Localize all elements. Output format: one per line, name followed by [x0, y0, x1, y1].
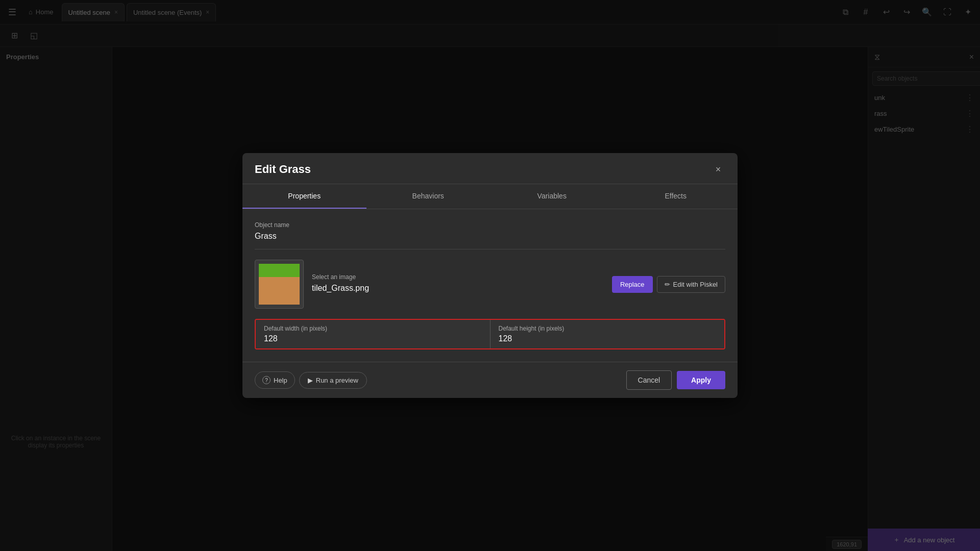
dimension-row: Default width (in pixels) 128 Default he…	[255, 319, 725, 349]
play-icon: ▶	[308, 377, 313, 384]
edit-grass-dialog: Edit Grass × Properties Behaviors Variab…	[242, 153, 738, 398]
dialog-title: Edit Grass	[255, 163, 311, 176]
width-field: Default width (in pixels) 128	[256, 320, 490, 348]
width-value: 128	[264, 334, 482, 343]
close-icon: ×	[716, 164, 721, 175]
height-value: 128	[499, 334, 717, 343]
tab-effects[interactable]: Effects	[614, 184, 738, 209]
grass-thumbnail	[259, 264, 300, 305]
object-name-section: Object name Grass	[255, 221, 725, 249]
grass-dirt	[259, 274, 300, 305]
edit-piskel-button[interactable]: ✏ Edit with Piskel	[657, 276, 725, 293]
tab-behaviors[interactable]: Behaviors	[366, 184, 491, 209]
image-actions: Replace ✏ Edit with Piskel	[612, 276, 725, 293]
image-preview	[255, 260, 304, 309]
dialog-header: Edit Grass ×	[242, 153, 738, 184]
run-preview-button[interactable]: ▶ Run a preview	[299, 372, 367, 389]
image-section: Select an image tiled_Grass.png Replace …	[255, 260, 725, 309]
select-image-label: Select an image	[312, 273, 604, 281]
help-icon: ?	[262, 376, 271, 384]
replace-button[interactable]: Replace	[612, 276, 653, 293]
footer-left: ? Help ▶ Run a preview	[255, 371, 367, 389]
help-button[interactable]: ? Help	[255, 371, 295, 389]
tab-variables[interactable]: Variables	[490, 184, 614, 209]
dialog-tabs: Properties Behaviors Variables Effects	[242, 184, 738, 209]
width-label: Default width (in pixels)	[264, 325, 482, 332]
grass-green	[259, 264, 300, 277]
image-filename: tiled_Grass.png	[312, 284, 604, 293]
dialog-body: Object name Grass Select an image tiled_…	[242, 209, 738, 362]
object-name-value: Grass	[255, 232, 725, 241]
dialog-close-button[interactable]: ×	[711, 162, 725, 177]
object-name-label: Object name	[255, 221, 725, 229]
tab-properties[interactable]: Properties	[242, 184, 366, 209]
dialog-footer: ? Help ▶ Run a preview Cancel Apply	[242, 362, 738, 398]
apply-button[interactable]: Apply	[677, 371, 725, 389]
height-label: Default height (in pixels)	[499, 325, 717, 332]
footer-right: Cancel Apply	[626, 370, 725, 390]
cancel-button[interactable]: Cancel	[626, 370, 672, 390]
height-field: Default height (in pixels) 128	[491, 320, 725, 348]
pencil-icon: ✏	[665, 281, 670, 288]
image-select-area: Select an image tiled_Grass.png	[312, 273, 604, 295]
